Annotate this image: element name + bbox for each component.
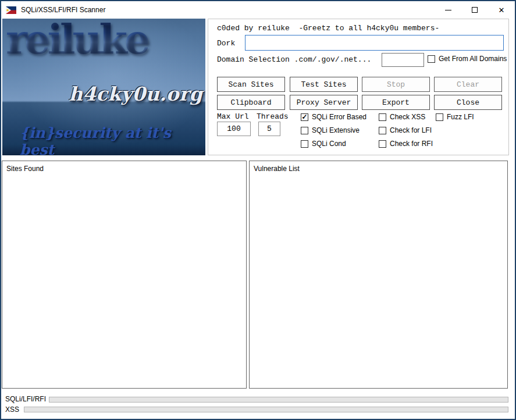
checkbox-box: ✓ bbox=[428, 55, 435, 63]
minimize-button[interactable] bbox=[435, 1, 461, 19]
test-sites-button[interactable]: Test Sites bbox=[290, 77, 358, 92]
banner-title-text: reiluke bbox=[6, 19, 148, 63]
max-url-input[interactable] bbox=[217, 122, 251, 136]
check-xss-checkbox[interactable]: ✓ Check XSS bbox=[379, 113, 425, 121]
checkbox-box: ✓ bbox=[301, 113, 308, 121]
checkbox-label: Fuzz LFI bbox=[447, 113, 474, 121]
export-button[interactable]: Export bbox=[362, 95, 430, 110]
dork-label: Dork bbox=[217, 39, 235, 48]
banner-slogan-text: {in}security at it's best bbox=[20, 124, 205, 155]
sqli-lfi-rfi-progress-bar bbox=[49, 397, 508, 403]
vulnerable-list-label: Vulnerable List bbox=[254, 165, 300, 173]
sqli-extensive-checkbox[interactable]: ✓ SQLi Extensive bbox=[301, 126, 360, 134]
checkbox-label: Check for RFI bbox=[390, 140, 433, 148]
maximize-icon bbox=[472, 7, 478, 13]
app-icon bbox=[6, 6, 16, 14]
sqli-cond-checkbox[interactable]: ✓ SQLi Cond bbox=[301, 140, 346, 148]
checkbox-label: SQLi Error Based bbox=[312, 113, 366, 121]
checkbox-box: ✓ bbox=[379, 113, 386, 121]
checkbox-box: ✓ bbox=[301, 140, 308, 148]
domain-input[interactable] bbox=[382, 53, 424, 67]
checkbox-box: ✓ bbox=[379, 140, 386, 148]
scan-sites-button[interactable]: Scan Sites bbox=[217, 77, 285, 92]
checkbox-label: SQLi Extensive bbox=[312, 126, 360, 134]
threads-label: Threads bbox=[257, 112, 289, 121]
dork-input[interactable] bbox=[245, 35, 504, 51]
close-app-button[interactable]: Close bbox=[434, 95, 502, 110]
domain-selection-label: Domain Selection .com/.gov/.net... bbox=[217, 55, 371, 64]
checkbox-label: Check for LFI bbox=[390, 126, 432, 134]
app-window: SQLi/XSS/LFI/RFI Scanner ✕ reiluke h4cky… bbox=[0, 0, 516, 420]
xss-progress-bar bbox=[24, 407, 508, 412]
close-button[interactable]: ✕ bbox=[488, 1, 515, 19]
minimize-icon bbox=[445, 10, 451, 10]
clear-button[interactable]: Clear bbox=[434, 77, 502, 92]
get-all-domains-checkbox[interactable]: ✓ Get From All Domains bbox=[428, 55, 507, 63]
sqli-error-based-checkbox[interactable]: ✓ SQLi Error Based bbox=[301, 113, 366, 121]
banner-image: reiluke h4cky0u.org {in}security at it's… bbox=[2, 19, 205, 155]
proxy-server-button[interactable]: Proxy Server bbox=[290, 95, 358, 110]
max-url-label: Max Url bbox=[217, 112, 249, 121]
sites-found-list[interactable]: Sites Found bbox=[2, 161, 247, 389]
checkbox-box: ✓ bbox=[301, 127, 308, 134]
checkbox-box: ✓ bbox=[379, 127, 386, 134]
title-bar: SQLi/XSS/LFI/RFI Scanner ✕ bbox=[1, 1, 515, 19]
checkmark-icon: ✓ bbox=[301, 113, 307, 120]
fuzz-lfi-checkbox[interactable]: ✓ Fuzz LFI bbox=[436, 113, 474, 121]
close-icon: ✕ bbox=[499, 6, 505, 14]
checkbox-label: Check XSS bbox=[390, 113, 425, 121]
check-for-rfi-checkbox[interactable]: ✓ Check for RFI bbox=[379, 140, 433, 148]
checkbox-label: SQLi Cond bbox=[312, 140, 346, 148]
checkbox-box: ✓ bbox=[436, 113, 443, 121]
threads-input[interactable] bbox=[258, 122, 280, 136]
credits-text: c0ded by reiluke -Greetz to all h4cky0u … bbox=[217, 24, 439, 33]
maximize-button[interactable] bbox=[461, 1, 488, 19]
xss-progress-label: XSS bbox=[5, 406, 19, 413]
checkbox-label: Get From All Domains bbox=[439, 55, 507, 63]
stop-button[interactable]: Stop bbox=[362, 77, 430, 92]
vulnerable-list[interactable]: Vulnerable List bbox=[249, 161, 508, 389]
clipboard-button[interactable]: Clipboard bbox=[217, 95, 285, 110]
banner-site-text: h4cky0u.org bbox=[69, 83, 202, 105]
sites-found-label: Sites Found bbox=[6, 165, 44, 173]
sqli-lfi-rfi-progress-label: SQLi/LFI/RFI bbox=[5, 396, 46, 403]
check-for-lfi-checkbox[interactable]: ✓ Check for LFI bbox=[379, 126, 432, 134]
window-title: SQLi/XSS/LFI/RFI Scanner bbox=[21, 6, 105, 14]
control-panel: c0ded by reiluke -Greetz to all h4cky0u … bbox=[208, 19, 509, 155]
